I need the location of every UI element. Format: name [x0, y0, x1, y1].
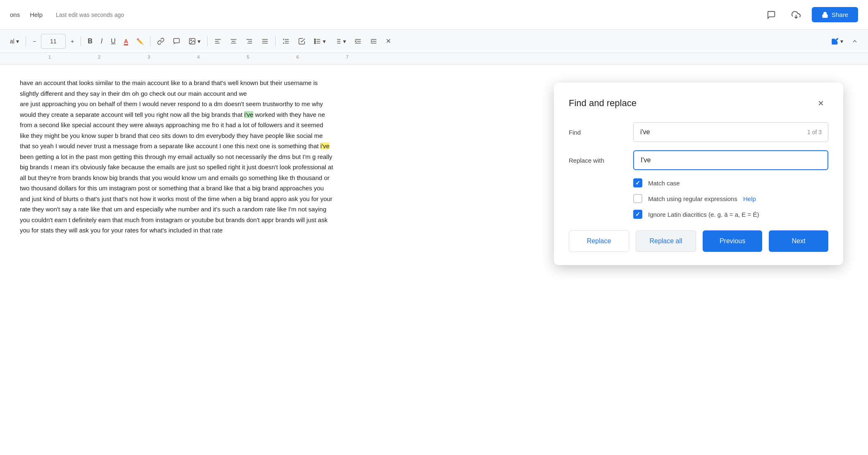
decrease-indent-icon — [354, 38, 362, 45]
dialog-header: Find and replace × — [569, 96, 828, 111]
font-size-display[interactable]: 11 — [41, 34, 66, 49]
dialog-buttons: Replace Replace all Previous Next — [569, 230, 828, 252]
decrease-indent-button[interactable] — [351, 34, 365, 49]
share-button[interactable]: Share — [812, 7, 858, 22]
increase-font-button[interactable]: + — [67, 34, 77, 49]
increase-indent-button[interactable] — [367, 34, 381, 49]
image-arrow: ▾ — [198, 38, 200, 45]
document-text: have an account that looks similar to th… — [20, 78, 334, 236]
insert-image-button[interactable]: ▾ — [185, 34, 204, 49]
align-left-icon — [214, 38, 222, 45]
match-regex-row: Match using regular expressions Help — [633, 194, 828, 203]
comment-icon — [173, 38, 180, 45]
ruler-tick-2: 2 — [74, 53, 124, 59]
replace-input[interactable] — [633, 150, 828, 170]
separator-2 — [81, 36, 81, 46]
font-family-selector[interactable]: al ▾ — [7, 34, 22, 49]
underline-button[interactable]: U — [107, 34, 119, 49]
menu-item-ons[interactable]: ons — [10, 11, 20, 18]
svg-rect-2 — [174, 38, 179, 43]
replace-button[interactable]: Replace — [569, 230, 629, 252]
match-case-row: Match case — [633, 178, 828, 187]
replace-all-button[interactable]: Replace all — [636, 230, 696, 252]
ruler: 1 2 3 4 5 6 7 — [0, 53, 868, 64]
decrease-font-button[interactable]: − — [29, 34, 39, 49]
ruler-tick-5: 5 — [223, 53, 273, 59]
comments-icon-button[interactable] — [762, 6, 780, 24]
replace-row: Replace with — [569, 150, 828, 170]
find-row: Find 1 of 3 — [569, 122, 828, 142]
lock-icon — [822, 12, 828, 18]
bullet-list-icon — [314, 38, 321, 45]
align-center-icon — [230, 38, 237, 45]
ignore-diacritics-checkbox[interactable] — [633, 210, 642, 219]
svg-rect-1 — [823, 14, 827, 17]
link-button[interactable] — [154, 34, 168, 49]
toolbar: al ▾ − 11 + B I U A ✏️ — [0, 30, 868, 53]
svg-point-5 — [191, 40, 191, 40]
save-to-drive-button[interactable] — [787, 6, 805, 24]
align-center-button[interactable] — [227, 34, 241, 49]
chevron-up-icon — [851, 38, 858, 45]
previous-button[interactable]: Previous — [703, 230, 762, 252]
match-case-label: Match case — [648, 180, 680, 187]
top-bar: ons Help Last edit was seconds ago Share — [0, 0, 868, 30]
font-family-label: al — [10, 38, 14, 45]
svg-point-25 — [314, 40, 315, 42]
editing-arrow: ▾ — [840, 38, 843, 45]
checklist-icon — [298, 38, 305, 45]
collapse-toolbar-button[interactable] — [848, 34, 861, 49]
highlight-button[interactable]: ✏️ — [133, 34, 147, 49]
font-family-arrow: ▾ — [16, 38, 19, 45]
link-icon — [157, 38, 165, 45]
numbered-arrow: ▾ — [343, 38, 346, 45]
next-button[interactable]: Next — [769, 230, 828, 252]
dialog-title: Find and replace — [569, 98, 637, 109]
highlight-icon: ✏️ — [136, 38, 143, 45]
find-count: 1 of 3 — [807, 129, 822, 135]
close-dialog-button[interactable]: × — [813, 96, 828, 111]
align-left-button[interactable] — [211, 34, 225, 49]
bold-button[interactable]: B — [84, 34, 96, 49]
ignore-diacritics-label: Ignore Latin diacritics (e. g. ä = a, E … — [648, 211, 759, 218]
increase-indent-icon — [370, 38, 377, 45]
svg-point-26 — [314, 43, 315, 44]
match-regex-checkbox[interactable] — [633, 194, 642, 203]
line-spacing-icon — [282, 38, 290, 45]
save-icon — [792, 10, 801, 19]
paragraph-1: have an account that looks similar to th… — [20, 78, 334, 99]
insert-comment-button[interactable] — [169, 34, 184, 49]
numbered-list-button[interactable]: ▾ — [331, 34, 349, 49]
regex-help-link[interactable]: Help — [743, 195, 756, 202]
editing-mode-button[interactable]: ▾ — [828, 34, 847, 49]
numbered-list-icon — [334, 38, 341, 45]
align-right-button[interactable] — [242, 34, 256, 49]
menu-items: ons Help — [10, 11, 43, 18]
justify-icon — [261, 38, 269, 45]
line-spacing-button[interactable] — [279, 34, 293, 49]
text-color-button[interactable]: A — [121, 34, 131, 49]
justify-button[interactable] — [258, 34, 272, 49]
find-input-wrapper: 1 of 3 — [633, 122, 828, 142]
comments-icon — [767, 10, 776, 19]
highlight-ive-1: i've — [244, 111, 253, 118]
find-input[interactable] — [633, 122, 828, 142]
bullet-list-button[interactable]: ▾ — [310, 34, 329, 49]
match-case-checkbox[interactable] — [633, 178, 642, 187]
separator-4 — [207, 36, 207, 46]
ruler-tick-7: 7 — [322, 53, 372, 59]
ruler-numbers: 1 2 3 4 5 6 7 — [0, 53, 868, 59]
checklist-button[interactable] — [295, 34, 309, 49]
ruler-tick-3: 3 — [124, 53, 174, 59]
strikethrough-button[interactable]: ✕ — [382, 34, 394, 49]
ruler-tick-4: 4 — [174, 53, 223, 59]
pencil-icon — [831, 38, 839, 45]
last-edit-status: Last edit was seconds ago — [56, 12, 124, 18]
menu-item-help[interactable]: Help — [30, 11, 43, 18]
italic-button[interactable]: I — [98, 34, 106, 49]
ignore-diacritics-row: Ignore Latin diacritics (e. g. ä = a, E … — [633, 210, 828, 219]
highlight-ive-2: i've — [320, 142, 329, 149]
image-icon — [188, 38, 196, 45]
find-label: Find — [569, 129, 627, 136]
strikethrough-icon: ✕ — [386, 37, 391, 45]
